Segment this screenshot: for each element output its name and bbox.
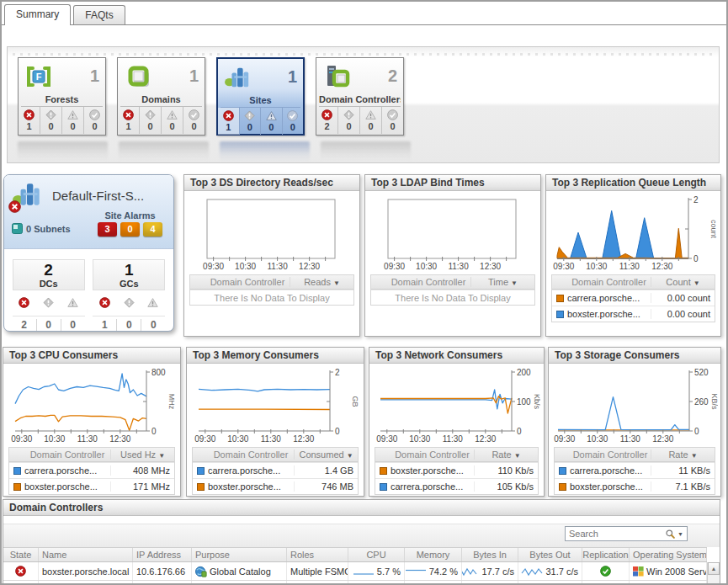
table-row[interactable]: boxster.porsche... 7.1 KB/s	[555, 478, 715, 494]
table-row[interactable]: carrera.porsche... 1.4 GB	[193, 462, 358, 478]
column-header-cpu[interactable]: CPU	[348, 548, 405, 561]
top3-table: Domain Controller Reads▼ There Is No Dat…	[189, 274, 354, 306]
tab-summary[interactable]: Summary	[4, 4, 71, 25]
table-row[interactable]: carrera.porsche... 408 MHz	[9, 462, 174, 478]
column-header-name[interactable]: Name	[39, 548, 133, 561]
column-header-replication[interactable]: Replication	[582, 548, 630, 561]
metric-value: 110 Kb/s	[474, 465, 538, 476]
svg-text:12:30: 12:30	[651, 262, 672, 271]
warning-status: 0	[62, 107, 84, 134]
svg-text:10:30: 10:30	[44, 434, 65, 444]
table-row[interactable]: carrera.porsche... 0.00 count	[552, 290, 715, 306]
dc-name: boxster.porsche...	[24, 481, 110, 492]
table-row[interactable]: carrera.porsche... 105 Kb/s	[375, 478, 538, 494]
column-header-rate[interactable]: Rate▼	[651, 449, 715, 460]
tile-domains[interactable]: 1 Domains 1 0 0 0	[117, 57, 205, 136]
dc-os: Win 2008 Serv	[646, 566, 707, 577]
fatal-status: 1	[218, 108, 240, 135]
series-swatch	[380, 483, 387, 491]
column-header-purpose[interactable]: Purpose	[192, 548, 287, 561]
table-row[interactable]: boxster.porsche... 746 MB	[193, 478, 358, 494]
svg-text:11:30: 11:30	[620, 434, 641, 444]
fatal-alarm-badge[interactable]: 3	[98, 222, 117, 237]
dc-name: boxster.porsche.local	[39, 562, 133, 580]
metric-value: 746 MB	[294, 481, 358, 492]
column-header-operating-system[interactable]: Operating System	[630, 548, 707, 561]
search-button[interactable]: ▼	[662, 527, 687, 540]
table-row[interactable]: carrera.porsche... 11 KB/s	[555, 462, 715, 478]
tile-forests[interactable]: F 1 Forests 1 0 0 0	[18, 57, 106, 136]
tab-strip: Summary FAQts	[2, 4, 726, 25]
warning-alarm-badge[interactable]: 4	[143, 222, 162, 237]
svg-text:0: 0	[517, 427, 522, 436]
fatal-icon	[321, 109, 332, 120]
table-row[interactable]: boxster.porsche.local 10.6.176.66 Global…	[3, 562, 707, 581]
column-header-bytes-in[interactable]: Bytes In	[462, 548, 518, 561]
search-input[interactable]	[566, 529, 662, 539]
selected-site-card[interactable]: Default-First-S... 0 Subnets Site Alarms…	[3, 174, 174, 332]
cpu-sparkline	[353, 566, 375, 577]
dc-name: carrera.porsche...	[391, 481, 474, 492]
column-header-domain-controller[interactable]: Domain Controller	[208, 449, 294, 460]
column-header-count[interactable]: Count▼	[651, 277, 715, 287]
critical-alarm-badge[interactable]: 0	[120, 222, 140, 237]
tile-domain-controllers[interactable]: 2 Domain Controllers 2 0 0 0	[316, 57, 404, 136]
svg-text:10:30: 10:30	[587, 434, 608, 444]
bytes-out-sparkline	[521, 566, 543, 577]
critical-status: 0	[40, 107, 62, 134]
dc-name: carrera.porsche...	[570, 465, 651, 476]
svg-text:12:30: 12:30	[480, 262, 501, 271]
column-header-used-hz[interactable]: Used Hz▼	[110, 449, 174, 460]
tile-label: Sites	[221, 95, 300, 108]
tile-reflections	[8, 141, 719, 162]
magnifier-icon	[665, 529, 676, 540]
table-header-row: State Name IP Address Purpose Roles CPU …	[3, 547, 707, 562]
tab-faqts[interactable]: FAQts	[73, 5, 125, 24]
vertical-scrollbar[interactable]: ▲	[707, 562, 720, 583]
table-row[interactable]: boxster.porsche... 0.00 count	[552, 306, 715, 322]
tile-sites[interactable]: 1 Sites 1 0 0 0	[216, 57, 305, 136]
table-row[interactable]: carrera.porsche.local 10.6.176.67 Domain…	[3, 581, 707, 584]
dcs-label: DCs	[13, 279, 84, 289]
domains-icon	[124, 63, 152, 90]
column-header-reads[interactable]: Reads▼	[290, 277, 353, 287]
fatal-icon	[15, 566, 26, 577]
column-header-domain-controller[interactable]: Domain Controller	[570, 449, 651, 460]
column-header-ip-address[interactable]: IP Address	[133, 548, 192, 561]
column-header-domain-controller[interactable]: Domain Controller	[386, 277, 470, 287]
metric-value: 171 MHz	[110, 481, 174, 492]
warning-status: 0	[261, 108, 283, 135]
table-row[interactable]: boxster.porsche... 171 MHz	[9, 478, 174, 494]
forests-icon: F	[24, 63, 53, 90]
bytes-in-value: 17.7 c/s	[481, 566, 514, 577]
svg-text:KB/s: KB/s	[710, 393, 718, 410]
column-header-roles[interactable]: Roles	[287, 548, 348, 561]
normal-status: 0	[283, 108, 304, 135]
dc-name: carrera.porsche.local	[39, 581, 133, 584]
column-header-domain-controller[interactable]: Domain Controller	[205, 277, 290, 287]
fatal-icon	[99, 297, 110, 308]
no-data-message: There Is No Data To Display	[371, 290, 534, 305]
gcs-critical-count: 0	[117, 319, 141, 331]
column-header-memory[interactable]: Memory	[405, 548, 462, 561]
fatal-icon	[8, 200, 21, 213]
column-header-rate[interactable]: Rate▼	[474, 449, 538, 460]
table-row[interactable]: boxster.porsche... 110 Kb/s	[375, 462, 538, 478]
cpu-value: 5.7 %	[377, 566, 401, 577]
column-header-state[interactable]: State	[3, 548, 39, 561]
scroll-up-button[interactable]: ▲	[708, 562, 720, 575]
column-header-time[interactable]: Time▼	[470, 277, 534, 287]
metric-value: 408 MHz	[110, 465, 174, 476]
sort-descending-icon: ▼	[514, 452, 521, 460]
svg-text:12:30: 12:30	[293, 434, 314, 444]
column-header-domain-controller[interactable]: Domain Controller	[391, 449, 474, 460]
column-header-domain-controller[interactable]: Domain Controller	[567, 277, 651, 287]
svg-text:800: 800	[151, 368, 166, 377]
column-header-domain-controller[interactable]: Domain Controller	[24, 449, 110, 460]
column-header-bytes-out[interactable]: Bytes Out	[518, 548, 582, 561]
storage-chart: 09:3010:3011:3012:300260520KB/s	[551, 366, 718, 445]
series-swatch	[559, 467, 566, 475]
column-header-consumed[interactable]: Consumed▼	[294, 449, 358, 460]
domain-controller-icon	[195, 584, 207, 585]
tile-label: Forests	[21, 94, 103, 107]
